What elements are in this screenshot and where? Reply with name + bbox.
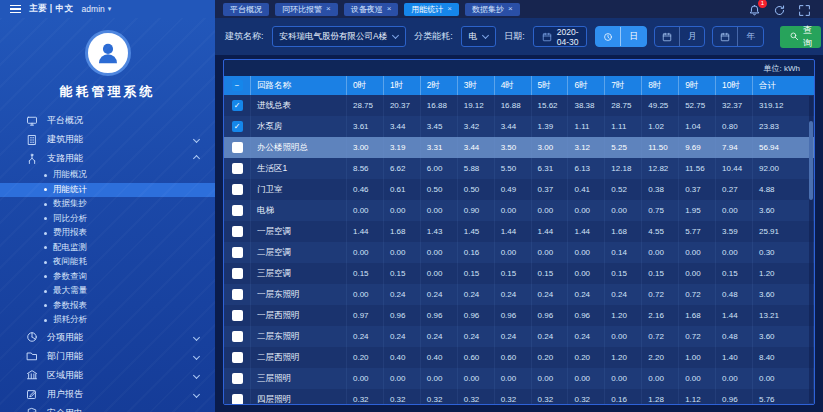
content: 建筑名称: 安科瑞电气股份有限公司A楼 分类能耗: 电 日期: 2020-04-… <box>215 18 823 412</box>
sidebar-subitem-夜间能耗[interactable]: 夜间能耗 <box>0 255 215 270</box>
table-row-水泵房[interactable]: ✓水泵房3.613.443.453.423.441.391.111.111.02… <box>224 116 814 137</box>
energy-category-select[interactable]: 电 <box>461 26 497 47</box>
fullscreen-icon[interactable] <box>798 3 811 16</box>
tab-close-icon[interactable]: × <box>447 5 452 13</box>
column-header-hour: 8时 <box>641 76 678 95</box>
hour-value-cell: 0.00 <box>715 368 752 389</box>
row-checkbox[interactable] <box>232 289 243 300</box>
row-checkbox-cell <box>224 200 250 221</box>
tab-数据集抄[interactable]: 数据集抄× <box>465 3 520 16</box>
building-select[interactable]: 安科瑞电气股份有限公司A楼 <box>272 26 407 47</box>
granularity-日-button[interactable]: 日 <box>595 26 647 47</box>
sidebar-item-安全用电[interactable]: 安全用电 <box>0 404 215 412</box>
hour-value-cell: 0.00 <box>567 263 604 284</box>
hour-value-cell: 0.00 <box>346 242 383 263</box>
tab-close-icon[interactable]: × <box>508 5 513 13</box>
scrollbar-thumb[interactable] <box>809 121 813 201</box>
row-checkbox[interactable] <box>232 352 243 363</box>
table-row-一层西照明[interactable]: 一层西照明0.970.960.960.960.960.960.961.202.1… <box>224 305 814 326</box>
row-checkbox[interactable] <box>232 184 243 195</box>
row-checkbox[interactable] <box>232 331 243 342</box>
row-checkbox-cell <box>224 326 250 347</box>
branch-icon <box>26 153 38 165</box>
hour-value-cell: 0.00 <box>604 326 641 347</box>
sidebar-subitem-用能统计[interactable]: 用能统计 <box>0 183 215 198</box>
row-checkbox[interactable] <box>232 247 243 258</box>
tab-用能统计[interactable]: 用能统计× <box>404 3 459 16</box>
hour-value-cell: 0.00 <box>567 200 604 221</box>
row-checkbox[interactable] <box>232 226 243 237</box>
row-checkbox[interactable] <box>232 394 243 405</box>
sidebar-subitem-费用报表[interactable]: 费用报表 <box>0 226 215 241</box>
column-header-hour: 3时 <box>457 76 494 95</box>
tab-同环比报警[interactable]: 同环比报警× <box>275 3 338 16</box>
tab-平台概况[interactable]: 平台概况 <box>223 3 269 16</box>
table-row-进线总表[interactable]: ✓进线总表28.7520.3716.8819.1216.8815.6238.38… <box>224 95 814 116</box>
query-button[interactable]: 查询 <box>780 26 821 48</box>
select-all-checkbox[interactable]: − <box>232 80 243 91</box>
row-checkbox[interactable] <box>232 205 243 216</box>
row-checkbox[interactable]: ✓ <box>232 121 243 132</box>
table-row-电梯[interactable]: 电梯0.000.000.000.900.000.000.000.000.751.… <box>224 200 814 221</box>
shield-icon <box>26 407 38 412</box>
sidebar-item-分项用能[interactable]: 分项用能 <box>0 328 215 347</box>
granularity-年-button[interactable]: 年 <box>712 26 764 47</box>
hour-value-cell: 0.00 <box>678 368 715 389</box>
granularity-月-button[interactable]: 月 <box>654 26 706 47</box>
tab-close-icon[interactable]: × <box>387 5 392 13</box>
table-row-二层西照明[interactable]: 二层西照明0.200.400.400.600.600.200.201.202.2… <box>224 347 814 368</box>
notification-bell-icon[interactable]: 1 <box>748 3 761 16</box>
hour-value-cell: 38.38 <box>567 95 604 116</box>
sidebar-item-平台概况[interactable]: 平台概况 <box>0 111 215 130</box>
hour-value-cell: 0.00 <box>383 200 420 221</box>
hour-value-cell: 0.72 <box>641 284 678 305</box>
table-row-生活区1[interactable]: 生活区18.566.626.005.885.506.316.1312.1812.… <box>224 158 814 179</box>
sidebar-subitem-最大需量[interactable]: 最大需量 <box>0 284 215 299</box>
circuit-name-cell: 门卫室 <box>250 179 346 200</box>
sidebar-item-label: 区域用能 <box>47 369 185 382</box>
table-row-四层照明[interactable]: 四层照明0.320.320.320.320.320.320.320.161.28… <box>224 389 814 405</box>
tab-close-icon[interactable]: × <box>326 5 331 13</box>
refresh-icon[interactable] <box>773 3 786 16</box>
sidebar-item-区域用能[interactable]: 区域用能 <box>0 366 215 385</box>
sidebar-item-用户报告[interactable]: 用户报告 <box>0 385 215 404</box>
row-checkbox[interactable] <box>232 163 243 174</box>
sidebar-subitem-同比分析[interactable]: 同比分析 <box>0 212 215 227</box>
row-checkbox[interactable] <box>232 268 243 279</box>
tab-设备夜巡[interactable]: 设备夜巡× <box>344 3 399 16</box>
tab-label: 设备夜巡 <box>351 4 383 15</box>
sidebar-subitem-数据集抄[interactable]: 数据集抄 <box>0 197 215 212</box>
sidebar-item-label: 用户报告 <box>47 388 185 401</box>
hour-value-cell: 0.61 <box>383 179 420 200</box>
table-row-一层空调[interactable]: 一层空调1.441.681.431.451.441.441.441.684.55… <box>224 221 814 242</box>
date-picker[interactable]: 2020-04-30 <box>533 26 588 47</box>
row-checkbox[interactable] <box>232 310 243 321</box>
sidebar-subitem-用能概况[interactable]: 用能概况 <box>0 168 215 183</box>
table-row-一层东照明[interactable]: 一层东照明0.000.240.240.240.240.240.240.240.7… <box>224 284 814 305</box>
sidebar-item-部门用能[interactable]: 部门用能 <box>0 347 215 366</box>
sidebar-subitem-配电监测[interactable]: 配电监测 <box>0 241 215 256</box>
table-row-二层空调[interactable]: 二层空调0.000.000.000.160.000.000.000.140.00… <box>224 242 814 263</box>
sidebar-subitem-参数报表[interactable]: 参数报表 <box>0 299 215 314</box>
table-row-门卫室[interactable]: 门卫室0.460.610.500.500.490.370.410.520.380… <box>224 179 814 200</box>
sidebar-subitem-损耗分析[interactable]: 损耗分析 <box>0 313 215 328</box>
sidebar-item-建筑用能[interactable]: 建筑用能 <box>0 130 215 149</box>
table-row-三层照明[interactable]: 三层照明0.000.000.000.000.000.000.000.000.00… <box>224 368 814 389</box>
sidebar-item-支路用能[interactable]: 支路用能 <box>0 149 215 168</box>
table-row-办公楼照明总[interactable]: 办公楼照明总3.003.193.313.443.503.003.125.2511… <box>224 137 814 158</box>
hour-value-cell: 9.69 <box>678 137 715 158</box>
row-checkbox[interactable] <box>232 142 243 153</box>
hour-value-cell: 28.75 <box>604 95 641 116</box>
bullet-icon <box>44 203 47 206</box>
hamburger-menu-icon[interactable] <box>10 5 21 14</box>
user-dropdown[interactable]: admin ▾ <box>82 4 112 14</box>
sidebar-item-label: 平台概况 <box>47 114 201 127</box>
home-language-label[interactable]: 主要 | 中文 <box>29 3 74 15</box>
row-checkbox[interactable]: ✓ <box>232 100 243 111</box>
row-checkbox[interactable] <box>232 373 243 384</box>
sidebar-subitem-参数查询[interactable]: 参数查询 <box>0 270 215 285</box>
table-row-二层东照明[interactable]: 二层东照明0.240.240.240.240.240.240.240.000.7… <box>224 326 814 347</box>
circuit-name-cell: 办公楼照明总 <box>250 137 346 158</box>
system-title: 能耗管理系统 <box>0 83 215 101</box>
table-row-三层空调[interactable]: 三层空调0.150.150.000.150.150.150.000.150.15… <box>224 263 814 284</box>
